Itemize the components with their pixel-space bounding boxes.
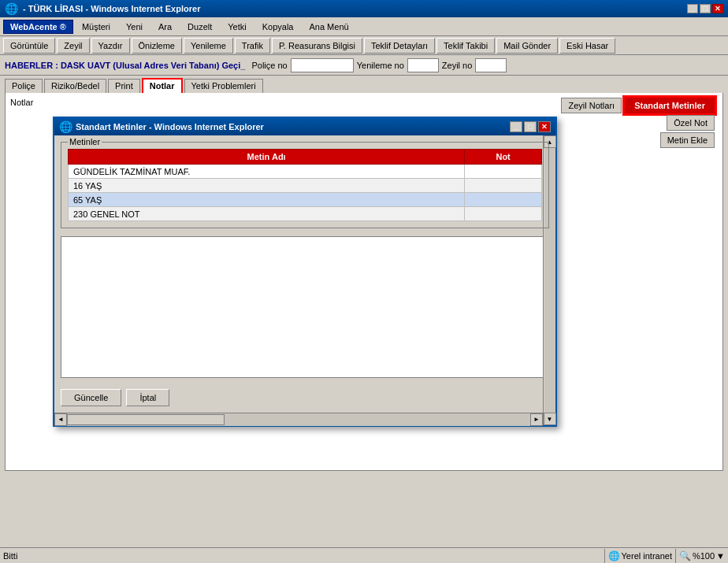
metin-ekle-button[interactable]: Metin Ekle	[660, 132, 715, 148]
guncelle-button[interactable]: Güncelle	[61, 389, 121, 406]
toolbar-eski-hasar[interactable]: Eski Hasar	[559, 38, 615, 54]
minimize-button[interactable]: _	[687, 4, 698, 13]
iptal-button[interactable]: İptal	[126, 389, 169, 406]
window-title: - TÜRK LİRASI - Windows Internet Explore…	[23, 4, 682, 13]
col-not: Not	[465, 150, 542, 165]
h-scroll-thumb[interactable]	[67, 414, 225, 425]
ie-icon: 🌐	[5, 2, 18, 15]
status-zoom[interactable]: 🔍 %100 ▼	[675, 549, 725, 563]
toolbar-zeyil[interactable]: Zeyil	[57, 38, 89, 54]
toolbar-p-reasurans[interactable]: P. Reasurans Bilgisi	[272, 38, 362, 54]
menu-webacente[interactable]: WebAcente ®	[3, 20, 73, 34]
h-scroll-right-arrow[interactable]: ►	[530, 413, 543, 426]
tab-police[interactable]: Poliçe	[5, 79, 43, 93]
modal-titlebar: 🌐 Standart Metinler - Windows Internet E…	[54, 118, 555, 135]
toolbar-teklif-takibi[interactable]: Teklif Takibi	[436, 38, 495, 54]
cell-not	[465, 207, 542, 221]
zoom-icon: 🔍	[679, 550, 691, 561]
toolbar-yazdir[interactable]: Yazdır	[91, 38, 130, 54]
modal-controls: _ □ ✕	[510, 121, 551, 132]
toolbar-goruntule[interactable]: Görüntüle	[3, 38, 55, 54]
cell-metin-adi: 16 YAŞ	[69, 179, 465, 193]
modal-body: Metinler Metin Adı Not GÜNDELİK TAZMİNAT…	[54, 135, 555, 386]
menu-yeni[interactable]: Yeni	[119, 20, 150, 34]
cell-not	[465, 179, 542, 193]
modal-buttons: Güncelle İptal	[54, 386, 555, 413]
news-bar: HABERLER : DASK UAVT (Ulusal Adres Veri …	[0, 55, 728, 76]
modal-minimize-button[interactable]: _	[510, 121, 522, 132]
status-text: Bitti	[3, 551, 601, 561]
tab-yetki-problemleri[interactable]: Yetki Problemleri	[184, 79, 263, 93]
globe-icon: 🌐	[608, 550, 620, 561]
table-row[interactable]: 230 GENEL NOT	[69, 207, 542, 221]
modal-title: Standart Metinler - Windows Internet Exp…	[76, 122, 264, 131]
close-button[interactable]: ✕	[712, 4, 723, 13]
cell-metin-adi: 65 YAŞ	[69, 193, 465, 207]
cell-metin-adi: 230 GENEL NOT	[69, 207, 465, 221]
police-no-input[interactable]	[291, 58, 354, 72]
tab-bar: Poliçe Riziko/Bedel Print Notlar Yetki P…	[0, 76, 728, 93]
menu-yetki[interactable]: Yetki	[221, 20, 253, 34]
yenileme-no-label: Yenileme no	[357, 61, 404, 70]
toolbar: Görüntüle Zeyil Yazdır Önizleme Yenileme…	[0, 36, 728, 55]
zoom-arrow: ▼	[716, 551, 725, 561]
yenileme-no-input[interactable]	[407, 58, 439, 72]
tab-riziko[interactable]: Riziko/Bedel	[44, 79, 106, 93]
metinler-group: Metinler Metin Adı Not GÜNDELİK TAZMİNAT…	[61, 142, 549, 228]
toolbar-onizleme[interactable]: Önizleme	[132, 38, 182, 54]
police-no-label: Poliçe no	[251, 61, 287, 70]
menu-ana-menu[interactable]: Ana Menü	[302, 20, 355, 34]
modal-maximize-button[interactable]: □	[524, 121, 537, 132]
tab-notlar[interactable]: Notlar	[142, 78, 183, 93]
h-scroll-left-arrow[interactable]: ◄	[54, 413, 67, 426]
col-metin-adi: Metin Adı	[69, 150, 465, 165]
menu-kopyala[interactable]: Kopyala	[255, 20, 301, 34]
cell-metin-adi: GÜNDELİK TAZMİNAT MUAF.	[69, 165, 465, 179]
menu-musteri[interactable]: Müşteri	[75, 20, 117, 34]
table-row[interactable]: 16 YAŞ	[69, 179, 542, 193]
news-text: HABERLER : DASK UAVT (Ulusal Adres Veri …	[5, 61, 245, 70]
status-right: 🌐 Yerel intranet 🔍 %100 ▼	[604, 549, 725, 563]
toolbar-yenileme[interactable]: Yenileme	[184, 38, 233, 54]
modal-close-button[interactable]: ✕	[538, 121, 551, 132]
zeyil-no-input[interactable]	[475, 58, 507, 72]
table-row[interactable]: 65 YAŞ	[69, 193, 542, 207]
police-field-row: Poliçe no Yenileme no Zeyil no	[251, 58, 507, 72]
status-zone: 🌐 Yerel intranet	[604, 549, 672, 563]
maximize-button[interactable]: □	[700, 4, 711, 13]
cell-not	[465, 165, 542, 179]
right-buttons: Zeyil Notları Standart Metinler Özel Not…	[561, 98, 715, 148]
zone-text: Yerel intranet	[622, 551, 672, 561]
content-area: Notlar Zeyil Notları Standart Metinler Ö…	[5, 93, 723, 471]
metinler-group-label: Metinler	[68, 137, 102, 146]
menu-duzelt[interactable]: Duzelt	[180, 20, 219, 34]
zoom-text: %100	[693, 551, 715, 561]
ozel-not-button[interactable]: Özel Not	[667, 115, 715, 131]
modal-text-area[interactable]	[61, 236, 549, 378]
toolbar-mail-gonder[interactable]: Mail Gönder	[496, 38, 558, 54]
scroll-down-arrow[interactable]: ▼	[544, 413, 556, 425]
menu-bar: WebAcente ® Müşteri Yeni Ara Duzelt Yetk…	[0, 17, 728, 36]
table-row[interactable]: GÜNDELİK TAZMİNAT MUAF.	[69, 165, 542, 179]
metinler-table: Metin Adı Not GÜNDELİK TAZMİNAT MUAF. 16…	[68, 149, 542, 221]
title-bar: 🌐 - TÜRK LİRASI - Windows Internet Explo…	[0, 0, 728, 17]
zeyil-no-label: Zeyil no	[442, 61, 473, 70]
modal-h-scrollbar[interactable]: ◄ ►	[54, 413, 543, 425]
status-bar: Bitti 🌐 Yerel intranet 🔍 %100 ▼	[0, 547, 728, 563]
modal-dialog: ▲ ▼ 🌐 Standart Metinler - Windows Intern…	[53, 117, 557, 427]
tab-print[interactable]: Print	[108, 79, 140, 93]
toolbar-trafik[interactable]: Trafik	[235, 38, 270, 54]
cell-not	[465, 193, 542, 207]
zeyil-notlari-button[interactable]: Zeyil Notları	[561, 98, 622, 113]
toolbar-teklif-detaylari[interactable]: Teklif Detayları	[364, 38, 435, 54]
menu-ara[interactable]: Ara	[151, 20, 179, 34]
standart-metinler-button[interactable]: Standart Metinler	[625, 98, 715, 113]
